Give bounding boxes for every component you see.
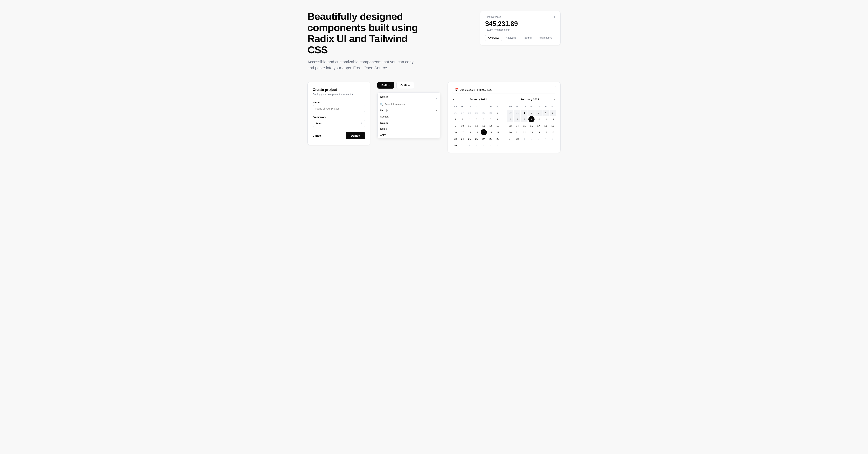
feb-day-9[interactable]: 9	[528, 116, 534, 122]
jan-day-17[interactable]: 17	[459, 129, 465, 135]
next-month-button[interactable]: ›	[553, 97, 556, 102]
feb-day-3n[interactable]: 3	[535, 136, 541, 142]
filled-button[interactable]: Button	[377, 82, 394, 89]
jan-day-26[interactable]: 26	[474, 136, 480, 142]
feb-day-13[interactable]: 13	[507, 123, 514, 129]
jan-day-22[interactable]: 22	[495, 129, 501, 135]
jan-day-6[interactable]: 6	[480, 116, 487, 122]
jan-day-3[interactable]: 3	[459, 116, 465, 122]
feb-day-5[interactable]: 5	[550, 110, 556, 116]
jan-day-11[interactable]: 11	[466, 123, 472, 129]
jan-day-18[interactable]: 18	[466, 129, 472, 135]
jan-day-31p[interactable]: 31	[488, 110, 494, 116]
jan-day-26p[interactable]: 26	[452, 110, 458, 116]
jan-day-5n[interactable]: 5	[495, 142, 501, 149]
feb-day-11[interactable]: 11	[542, 116, 549, 122]
feb-day-6[interactable]: 6	[507, 116, 514, 122]
jan-fri-header: Fr	[487, 104, 494, 109]
feb-day-4n[interactable]: 4	[542, 136, 549, 142]
jan-day-13[interactable]: 13	[480, 123, 487, 129]
dropdown-trigger[interactable]: Next.js ⌃⌄	[378, 93, 440, 101]
jan-day-1n[interactable]: 1	[466, 142, 472, 149]
outline-button[interactable]: Outline	[396, 82, 414, 89]
dropdown-item-sveltekit[interactable]: SvelteKit	[378, 114, 440, 120]
feb-day-21[interactable]: 21	[514, 129, 521, 135]
feb-day-15[interactable]: 15	[521, 123, 527, 129]
jan-day-5[interactable]: 5	[474, 116, 480, 122]
jan-day-9[interactable]: 9	[452, 123, 458, 129]
jan-day-12[interactable]: 12	[474, 123, 480, 129]
jan-day-30[interactable]: 30	[452, 142, 458, 149]
jan-day-1[interactable]: 1	[495, 110, 501, 116]
feb-day-12[interactable]: 12	[550, 116, 556, 122]
feb-day-18[interactable]: 18	[542, 123, 549, 129]
framework-search-input[interactable]	[384, 103, 437, 106]
feb-day-30p[interactable]: 30	[507, 110, 514, 116]
feb-day-24[interactable]: 24	[535, 129, 541, 135]
feb-day-7[interactable]: 7	[514, 116, 521, 122]
cancel-button[interactable]: Cancel	[313, 134, 321, 137]
jan-day-16[interactable]: 16	[452, 129, 458, 135]
feb-day-22[interactable]: 22	[521, 129, 527, 135]
feb-day-27[interactable]: 27	[507, 136, 514, 142]
tab-notifications[interactable]: Notifications	[535, 35, 555, 41]
feb-day-16[interactable]: 16	[528, 123, 534, 129]
jan-day-8[interactable]: 8	[495, 116, 501, 122]
jan-day-25[interactable]: 25	[466, 136, 472, 142]
framework-select[interactable]: Select ⇅	[313, 120, 365, 127]
feb-day-14[interactable]: 14	[514, 123, 521, 129]
dropdown-item-astro[interactable]: Astro	[378, 132, 440, 138]
feb-day-10[interactable]: 10	[535, 116, 541, 122]
dropdown-item-nuxtjs[interactable]: Nuxt.js	[378, 120, 440, 126]
jan-day-29p[interactable]: 29	[474, 110, 480, 116]
dropdown-item-remix[interactable]: Remix	[378, 126, 440, 132]
jan-day-14[interactable]: 14	[488, 123, 494, 129]
feb-day-5n[interactable]: 5	[550, 136, 556, 142]
jan-day-15[interactable]: 15	[495, 123, 501, 129]
jan-day-21[interactable]: 21	[488, 129, 494, 135]
jan-day-31[interactable]: 31	[459, 142, 465, 149]
tab-reports[interactable]: Reports	[520, 35, 535, 41]
jan-day-4[interactable]: 4	[466, 116, 472, 122]
feb-day-25[interactable]: 25	[542, 129, 549, 135]
jan-day-2[interactable]: 2	[452, 116, 458, 122]
feb-day-17[interactable]: 17	[535, 123, 541, 129]
feb-day-19[interactable]: 19	[550, 123, 556, 129]
framework-form-group: Framework Select ⇅	[313, 116, 365, 127]
jan-day-20[interactable]: 20	[480, 129, 487, 135]
jan-day-2n[interactable]: 2	[474, 142, 480, 149]
jan-day-7[interactable]: 7	[488, 116, 494, 122]
feb-day-2n[interactable]: 2	[528, 136, 534, 142]
prev-month-button[interactable]: ‹	[452, 97, 455, 102]
feb-day-2[interactable]: 2	[528, 110, 534, 116]
jan-day-27[interactable]: 27	[480, 136, 487, 142]
feb-day-23[interactable]: 23	[528, 129, 534, 135]
deploy-button[interactable]: Deploy	[346, 132, 365, 139]
dropdown-item-nextjs[interactable]: Next.js ✓	[378, 107, 440, 114]
feb-day-3[interactable]: 3	[535, 110, 541, 116]
jan-day-10[interactable]: 10	[459, 123, 465, 129]
revenue-change: +20.1% from last month	[485, 28, 555, 31]
jan-day-19[interactable]: 19	[474, 129, 480, 135]
jan-day-27p[interactable]: 27	[459, 110, 465, 116]
feb-day-20[interactable]: 20	[507, 129, 514, 135]
feb-day-31p[interactable]: 31	[514, 110, 521, 116]
tab-analytics[interactable]: Analytics	[503, 35, 519, 41]
feb-day-26[interactable]: 26	[550, 129, 556, 135]
jan-day-29[interactable]: 29	[495, 136, 501, 142]
feb-day-8[interactable]: 8	[521, 116, 527, 122]
tab-overview[interactable]: Overview	[485, 35, 502, 41]
name-input[interactable]	[313, 105, 365, 112]
feb-day-1n[interactable]: 1	[521, 136, 527, 142]
jan-day-28p[interactable]: 28	[466, 110, 472, 116]
feb-day-4[interactable]: 4	[542, 110, 549, 116]
jan-day-30p[interactable]: 30	[480, 110, 487, 116]
feb-day-28[interactable]: 28	[514, 136, 521, 142]
jan-day-28[interactable]: 28	[488, 136, 494, 142]
jan-day-4n[interactable]: 4	[488, 142, 494, 149]
jan-day-3n[interactable]: 3	[480, 142, 487, 149]
feb-day-1[interactable]: 1	[521, 110, 527, 116]
date-range-input[interactable]: 📅 Jan 20, 2022 - Feb 09, 2022	[452, 86, 556, 93]
jan-day-24[interactable]: 24	[459, 136, 465, 142]
jan-day-23[interactable]: 23	[452, 136, 458, 142]
